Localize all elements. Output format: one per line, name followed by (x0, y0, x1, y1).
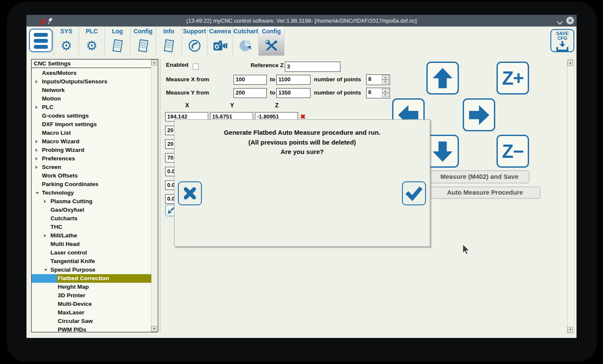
tree-item-probing-wizard[interactable]: Probing Wizard (32, 146, 151, 154)
enabled-label: Enabled (166, 62, 189, 68)
tree-item-maxlaser[interactable]: MaxLaser (32, 308, 151, 317)
right-arrow-icon (467, 103, 491, 127)
main-scroll-up-icon[interactable]: ▲ (568, 60, 573, 66)
tab-log[interactable]: Log (105, 27, 130, 56)
tree-item-pwm-pids[interactable]: PWM PIDs (32, 326, 151, 334)
tree-item-label: DXF Import settings (42, 120, 97, 129)
tree-item-label: Gas/Oxyfuel (50, 206, 84, 214)
measure-y-from-input[interactable]: 200 (234, 88, 267, 98)
tab-config[interactable]: Config (130, 27, 156, 56)
tree-item-multi-device[interactable]: Multi-Device (32, 300, 151, 308)
main-scrollbar[interactable]: ▲ ▼ (567, 59, 574, 333)
tree-scrollbar[interactable]: ▲ ▼ (151, 59, 158, 332)
collapsed-arrow-icon[interactable] (44, 234, 46, 237)
auto-measure-button[interactable]: Auto Measure Procedure (429, 186, 541, 199)
selection-marker (32, 274, 57, 283)
jog-down-button[interactable] (426, 135, 459, 168)
tree-item-laser-control[interactable]: Laser control (32, 249, 151, 257)
tree-item-flatbed-correction[interactable]: Flatbed Correction (32, 274, 151, 283)
measure-y-to-input[interactable]: 1350 (276, 88, 310, 98)
collapsed-arrow-icon[interactable] (35, 106, 38, 109)
spin-down-icon[interactable]: ▼ (382, 80, 389, 84)
dialog-line-3: Are you sure? (174, 148, 430, 155)
tree-item-cutcharts[interactable]: Cutcharts (32, 214, 151, 223)
collapsed-arrow-icon[interactable] (35, 140, 38, 143)
pin-icon[interactable] (47, 18, 53, 26)
app-window: (13:49:22) myCNC control software. Ver:1… (27, 15, 576, 338)
measure-x-from-input[interactable]: 100 (234, 75, 267, 85)
tab-cutchart[interactable]: Cutchart (233, 27, 259, 56)
tree-item-dxf-import-settings[interactable]: DXF Import settings (32, 120, 151, 129)
points-x-spinner[interactable]: 8 ▲ ▼ (366, 74, 390, 85)
jog-z-minus-button[interactable]: Z− (497, 135, 529, 168)
tree-item-label: MaxLaser (58, 308, 84, 317)
expanded-arrow-icon[interactable] (44, 269, 47, 271)
enabled-checkbox[interactable] (192, 63, 199, 70)
tree-item-label: Inputs/Outputs/Sensors (42, 77, 107, 86)
tree-item-inputs-outputs-sensors[interactable]: Inputs/Outputs/Sensors (32, 77, 151, 86)
spin-up-icon[interactable]: ▲ (382, 75, 389, 80)
measure-save-button[interactable]: Measure (M402) and Save (429, 170, 529, 183)
tree-item-work-offsets[interactable]: Work Offsets (32, 172, 151, 180)
tree-item-mill-lathe[interactable]: Mill/Lathe (32, 231, 151, 240)
tab-config-tools[interactable]: Config (259, 27, 284, 56)
tree-item-tangential-knife[interactable]: Tangential Knife (32, 257, 151, 266)
tree-scroll-up-icon[interactable]: ▲ (151, 59, 157, 65)
tree-item-height-map[interactable]: Height Map (32, 283, 151, 291)
z-minus-label: Z− (502, 142, 524, 161)
save-cfg-button[interactable]: SAVE CFG (550, 29, 574, 52)
tree-item-thc[interactable]: THC (32, 223, 151, 231)
collapsed-arrow-icon[interactable] (35, 157, 38, 160)
tab-camera[interactable]: Camera (207, 27, 233, 56)
tree-root-header[interactable]: CNC Settings (31, 59, 152, 68)
spin-up-icon[interactable]: ▲ (382, 89, 389, 93)
expanded-arrow-icon[interactable] (35, 192, 39, 194)
tree-item-special-purpose[interactable]: Special Purpose (32, 266, 151, 274)
jog-right-button[interactable] (463, 98, 495, 131)
tree-item-3d-printer[interactable]: 3D Printer (32, 291, 151, 300)
collapsed-arrow-icon[interactable] (35, 166, 38, 169)
jog-z-plus-button[interactable]: Z+ (497, 62, 529, 95)
tree-item-network[interactable]: Network (32, 86, 151, 95)
tree-item-plc[interactable]: PLC (32, 103, 151, 112)
tab-info[interactable]: Info (156, 27, 182, 56)
tab-plc[interactable]: PLC⚙ (79, 27, 105, 56)
close-icon[interactable]: ✕ (566, 17, 574, 24)
tree-item-screen[interactable]: Screen (32, 163, 151, 172)
tree-item-preferences[interactable]: Preferences (32, 154, 151, 163)
tab-sys[interactable]: SYS⚙ (53, 27, 79, 56)
tree-item-label: Tangential Knife (50, 257, 95, 266)
tree-item-multi-head[interactable]: Multi Head (32, 240, 151, 249)
tree-item-gas-oxyfuel[interactable]: Gas/Oxyfuel (32, 206, 151, 214)
main-menu-button[interactable] (29, 29, 53, 52)
tree-item-technology[interactable]: Technology (32, 189, 151, 197)
gear-icon: ⚙ (54, 37, 79, 54)
tree-item-circular-saw[interactable]: Circular Saw (32, 317, 151, 326)
collapsed-arrow-icon[interactable] (35, 148, 38, 152)
tree-item-parking-coordinates[interactable]: Parking Coordinates (32, 180, 151, 189)
dialog-confirm-button[interactable] (402, 181, 426, 205)
collapsed-arrow-icon[interactable] (44, 200, 46, 203)
tree-item-axes-motors[interactable]: Axes/Motors (32, 69, 151, 77)
tree-scroll-down-icon[interactable]: ▼ (151, 326, 157, 332)
tree-item-plasma-cutting[interactable]: Plasma Cutting (32, 197, 151, 206)
collapsed-arrow-icon[interactable] (35, 80, 38, 83)
tab-support[interactable]: Support (182, 27, 207, 56)
tree-item-label: Work Offsets (42, 172, 78, 180)
tree-item-g-codes-settings[interactable]: G-codes settings (32, 112, 151, 120)
tree-item-motion[interactable]: Motion (32, 95, 151, 103)
points-y-spinner[interactable]: 6 ▲ ▼ (366, 88, 390, 98)
points-x-value: 8 (368, 76, 371, 82)
tree-item-macro-wizard[interactable]: Macro Wizard (32, 137, 151, 146)
tree-item-label: Multi Head (50, 240, 80, 249)
chevron-down-icon[interactable] (557, 19, 563, 27)
tree-item-label: THC (50, 223, 62, 231)
measure-x-to-input[interactable]: 1100 (276, 75, 310, 85)
confirm-dialog: Generate Flatbed Auto Measure procedure … (174, 119, 430, 247)
main-scroll-down-icon[interactable]: ▼ (568, 327, 573, 333)
spin-down-icon[interactable]: ▼ (382, 93, 389, 97)
dialog-cancel-button[interactable] (178, 181, 202, 205)
reference-z-input[interactable]: 3 (285, 62, 340, 72)
jog-up-button[interactable] (426, 62, 459, 95)
tree-item-macro-list[interactable]: Macro List (32, 129, 151, 137)
